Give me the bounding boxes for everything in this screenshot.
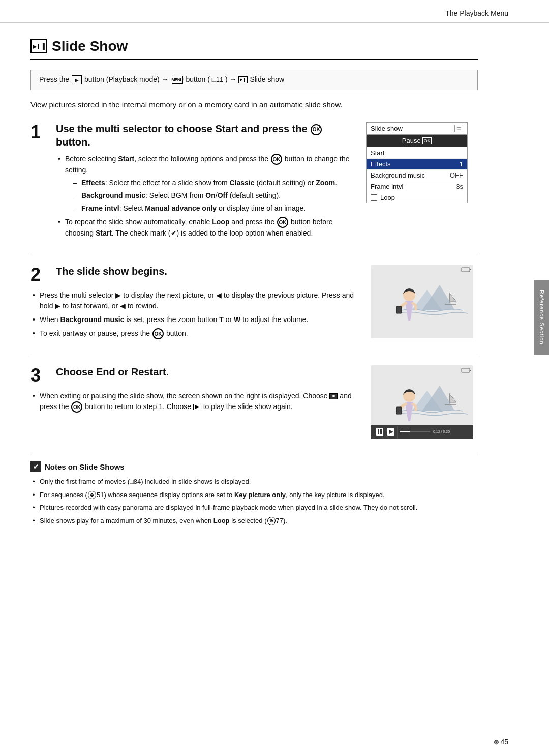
step1-bullet1: Before selecting Start, select the follo…: [56, 154, 356, 214]
menu-row-effects: Effects 1: [367, 159, 467, 170]
slideshow-title-icon: ▶ ▐: [30, 39, 47, 53]
step3-section: 3 Choose End or Restart. When exiting or…: [30, 365, 478, 441]
menu-row-framintvl: Frame intvl 3s: [367, 181, 467, 192]
menu-pause-bar: Pause OK: [367, 135, 467, 147]
step1-header: Use the multi selector to choose Start a…: [56, 122, 356, 149]
notes-item-2: For sequences (⊛51) whose sequence displ…: [30, 490, 478, 500]
notes-item-1: Only the first frame of movies (□84) inc…: [30, 477, 478, 487]
ok-icon-notes: ⊛: [88, 491, 96, 499]
pause-icon-step3: ■: [329, 393, 338, 399]
ok-icon-inline2: OK: [277, 217, 288, 228]
page-num-text: 45: [500, 738, 508, 746]
menu-ok-icon: OK: [422, 137, 432, 144]
svg-rect-9: [396, 306, 402, 313]
ok-icon-notes2: ⊛: [267, 517, 276, 525]
svg-rect-22: [378, 429, 379, 434]
step2-bullet2: When Background music is set, press the …: [30, 314, 361, 325]
step3-bullets: When exiting or pausing the slide show, …: [30, 391, 361, 413]
page-title-text: Slide Show: [52, 38, 128, 54]
step1-number: 1: [30, 122, 56, 242]
ok-icon-inline: OK: [271, 154, 282, 165]
intro-text: View pictures stored in the internal mem…: [30, 99, 478, 111]
ok-icon-step3: OK: [71, 401, 82, 413]
nav-box: Press the ▶ button (Playback mode) → MEN…: [30, 70, 478, 90]
sub-framintvl: Frame intvl: Select Manual advance only …: [73, 203, 356, 214]
svg-rect-28: [400, 431, 410, 432]
svg-text:0:12 / 0:35: 0:12 / 0:35: [433, 430, 450, 433]
ok-button-icon: OK: [311, 124, 322, 135]
menu-row-start: Start: [367, 148, 467, 159]
svg-rect-23: [380, 429, 382, 434]
ok-icon-step2: OK: [152, 328, 164, 339]
step3-illus-svg: 0:12 / 0:35: [371, 365, 473, 439]
step2-section: 2 The slide show begins. Press the multi…: [30, 265, 478, 342]
svg-rect-2: [470, 269, 471, 270]
svg-rect-21: [376, 428, 383, 436]
play-icon-step3: [193, 404, 201, 410]
step2-illustration: [371, 265, 478, 340]
step1-bullet2: To repeat the slide show automatically, …: [56, 217, 356, 239]
step1-section: 1 Use the multi selector to choose Start…: [30, 122, 478, 242]
step3-number: 3: [30, 365, 56, 386]
notes-list: Only the first frame of movies (□84) inc…: [30, 477, 478, 526]
step3-header: Choose End or Restart.: [56, 365, 169, 379]
step2-illus-svg: [371, 265, 473, 338]
step1-content: Use the multi selector to choose Start a…: [56, 122, 478, 242]
svg-rect-19: [396, 407, 402, 414]
menu-row-loop: Loop: [367, 192, 467, 203]
notes-item-4: Slide shows play for a maximum of 30 min…: [30, 516, 478, 526]
step3-illustration: 0:12 / 0:35: [371, 365, 478, 441]
notes-header-text: Notes on Slide Shows: [45, 462, 125, 471]
sub-effects: Effects: Select the effect for a slide s…: [73, 178, 356, 188]
notes-section: ✔ Notes on Slide Shows Only the first fr…: [30, 453, 478, 526]
svg-rect-12: [470, 370, 471, 371]
menu-row-bgm: Background music OFF: [367, 170, 467, 181]
menu-button-icon: MENU: [172, 76, 183, 84]
page-title: ▶ ▐ Slide Show: [30, 38, 478, 60]
notes-header: ✔ Notes on Slide Shows: [30, 461, 478, 472]
loop-checkbox: [371, 194, 377, 201]
page-header: The Playback Menu: [0, 0, 549, 23]
side-tab: Reference Section: [534, 280, 549, 355]
step1-bullets: Before selecting Start, select the follo…: [56, 154, 356, 239]
playback-mode-icon: ▶: [72, 75, 82, 84]
page-number: ⊛ 45: [494, 738, 508, 746]
notes-check-icon: ✔: [30, 461, 41, 472]
page-num-icon: ⊛: [494, 738, 499, 746]
step2-number: 2: [30, 265, 56, 285]
main-content: ▶ ▐ Slide Show Press the ▶ button (Playb…: [0, 23, 508, 544]
notes-item-3: Pictures recorded with easy panorama are…: [30, 503, 478, 513]
divider2: [30, 355, 478, 355]
sub-bgm: Background music: Select BGM from On/Off…: [73, 190, 356, 201]
step3-bullet1: When exiting or pausing the slide show, …: [30, 391, 361, 413]
step2-bullets: Press the multi selector ▶ to display th…: [30, 290, 361, 339]
step2-header: The slide show begins.: [56, 265, 167, 278]
menu-title-bar: Slide show ▭: [367, 123, 467, 135]
step2-bullet3: To exit partway or pause, press the OK b…: [30, 328, 361, 339]
step2-bullet1: Press the multi selector ▶ to display th…: [30, 290, 361, 311]
slideshow-nav-icon: [238, 76, 248, 83]
slideshow-menu-ui: Slide show ▭ Pause OK Start Effects: [366, 122, 468, 204]
menu-ui-illustration: Slide show ▭ Pause OK Start Effects: [366, 122, 478, 204]
header-title: The Playback Menu: [445, 9, 508, 17]
divider1: [30, 254, 478, 254]
